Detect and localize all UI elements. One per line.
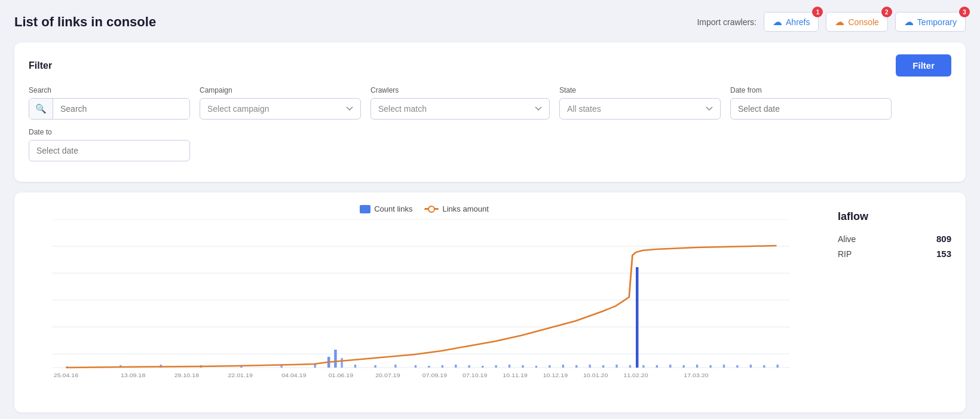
svg-rect-45: [575, 365, 577, 368]
crawlers-field: Crawlers Select match: [370, 86, 550, 120]
svg-rect-38: [482, 366, 483, 368]
svg-text:29.10.18: 29.10.18: [174, 372, 200, 378]
state-select[interactable]: All states: [559, 98, 721, 120]
chart-legend: Count links Links amount: [29, 204, 820, 213]
svg-text:07.09.19: 07.09.19: [422, 372, 448, 378]
state-field: State All states: [559, 86, 721, 120]
chart-info-panel: laflow Alive 809 RIP 153: [820, 204, 951, 400]
svg-text:10.01.20: 10.01.20: [583, 372, 608, 378]
legend-count-label: Count links: [374, 204, 412, 213]
legend-line-icon: [424, 208, 439, 210]
search-icon: 🔍: [29, 99, 53, 119]
svg-rect-56: [709, 365, 711, 368]
svg-text:22.01.19: 22.01.19: [228, 372, 253, 378]
chart-info-title: laflow: [838, 210, 951, 223]
cloud-upload-icon: ☁: [773, 16, 782, 27]
chart-svg: 120 100 80 60 40 20 0 1,000 800 600 400 …: [53, 219, 790, 381]
svg-rect-49: [629, 365, 631, 368]
filter-row-2: Date to: [29, 128, 951, 161]
svg-rect-52: [656, 365, 658, 368]
campaign-select[interactable]: Select campaign: [200, 98, 361, 120]
svg-rect-37: [468, 365, 470, 368]
chart-area: Count links Links amount: [29, 204, 820, 400]
svg-rect-55: [696, 365, 698, 368]
date-from-input[interactable]: [730, 98, 892, 120]
svg-rect-40: [509, 365, 510, 368]
svg-rect-31: [374, 365, 376, 368]
svg-rect-35: [442, 365, 443, 368]
cloud-upload-icon-3: ☁: [904, 16, 914, 27]
legend-links-amount: Links amount: [424, 204, 488, 213]
svg-rect-54: [683, 365, 685, 368]
alive-row: Alive 809: [838, 231, 951, 246]
chart-card: Count links Links amount: [14, 192, 966, 412]
svg-text:25.04.16: 25.04.16: [54, 372, 79, 378]
svg-rect-46: [589, 365, 590, 368]
svg-text:20.07.19: 20.07.19: [375, 372, 400, 378]
svg-rect-44: [562, 365, 564, 368]
svg-rect-42: [535, 366, 537, 368]
page-header: List of links in console Import crawlers…: [14, 12, 966, 32]
import-label: Import crawlers:: [697, 17, 757, 27]
ahrefs-badge: 1: [812, 7, 823, 17]
svg-rect-36: [455, 365, 457, 368]
ahrefs-import-button[interactable]: ☁ Ahrefs 1: [764, 12, 819, 32]
svg-rect-48: [615, 365, 617, 368]
svg-rect-28: [334, 350, 336, 368]
search-input[interactable]: [53, 99, 189, 118]
state-label: State: [559, 86, 721, 94]
svg-rect-34: [428, 366, 430, 368]
svg-rect-33: [415, 365, 416, 368]
svg-rect-47: [602, 365, 604, 368]
date-from-label: Date from: [730, 86, 892, 94]
crawlers-label: Crawlers: [370, 86, 550, 94]
svg-text:17.03.20: 17.03.20: [684, 372, 709, 378]
filter-section-title: Filter: [29, 60, 52, 71]
crawlers-select[interactable]: Select match: [370, 98, 550, 120]
rip-row: RIP 153: [838, 246, 951, 261]
svg-rect-41: [522, 365, 523, 368]
legend-amount-label: Links amount: [442, 204, 488, 213]
filter-card: Filter Filter Search 🔍 Campaign Select c…: [14, 42, 966, 182]
filter-row-1: Search 🔍 Campaign Select campaign Crawle…: [29, 86, 951, 120]
temporary-badge: 3: [959, 7, 970, 17]
svg-rect-57: [723, 365, 725, 368]
search-label: Search: [29, 86, 190, 94]
date-from-field: Date from: [730, 86, 892, 120]
filter-button[interactable]: Filter: [896, 54, 951, 77]
svg-rect-51: [642, 365, 644, 368]
svg-rect-53: [669, 365, 671, 368]
rip-value: 153: [936, 249, 951, 259]
svg-rect-50: [636, 267, 638, 368]
legend-count-links: Count links: [360, 204, 412, 213]
svg-rect-58: [736, 365, 738, 368]
svg-text:10.12.19: 10.12.19: [543, 372, 568, 378]
svg-text:07.10.19: 07.10.19: [463, 372, 488, 378]
campaign-label: Campaign: [200, 86, 361, 94]
filter-card-header: Filter Filter: [29, 54, 951, 77]
svg-text:04.04.19: 04.04.19: [281, 372, 307, 378]
import-section: Import crawlers: ☁ Ahrefs 1 ☁ Console 2 …: [697, 12, 966, 32]
search-wrapper[interactable]: 🔍: [29, 98, 190, 120]
console-badge: 2: [881, 7, 892, 17]
svg-text:11.02.20: 11.02.20: [623, 372, 648, 378]
svg-rect-59: [750, 365, 752, 368]
svg-rect-32: [394, 365, 396, 368]
alive-value: 809: [936, 234, 951, 244]
campaign-field: Campaign Select campaign: [200, 86, 361, 120]
svg-rect-43: [549, 365, 550, 368]
svg-rect-61: [777, 365, 779, 368]
console-import-button[interactable]: ☁ Console 2: [826, 12, 887, 32]
svg-rect-29: [341, 358, 342, 368]
svg-text:01.06.19: 01.06.19: [329, 372, 354, 378]
temporary-import-button[interactable]: ☁ Temporary 3: [895, 12, 966, 32]
svg-text:10.11.19: 10.11.19: [503, 372, 528, 378]
date-to-input[interactable]: [29, 140, 190, 161]
date-to-field: Date to: [29, 128, 190, 161]
cloud-upload-icon-2: ☁: [835, 16, 844, 27]
page-title: List of links in console: [14, 14, 156, 30]
date-to-label: Date to: [29, 128, 190, 136]
alive-label: Alive: [838, 234, 856, 244]
svg-rect-39: [495, 365, 497, 368]
rip-label: RIP: [838, 249, 852, 259]
